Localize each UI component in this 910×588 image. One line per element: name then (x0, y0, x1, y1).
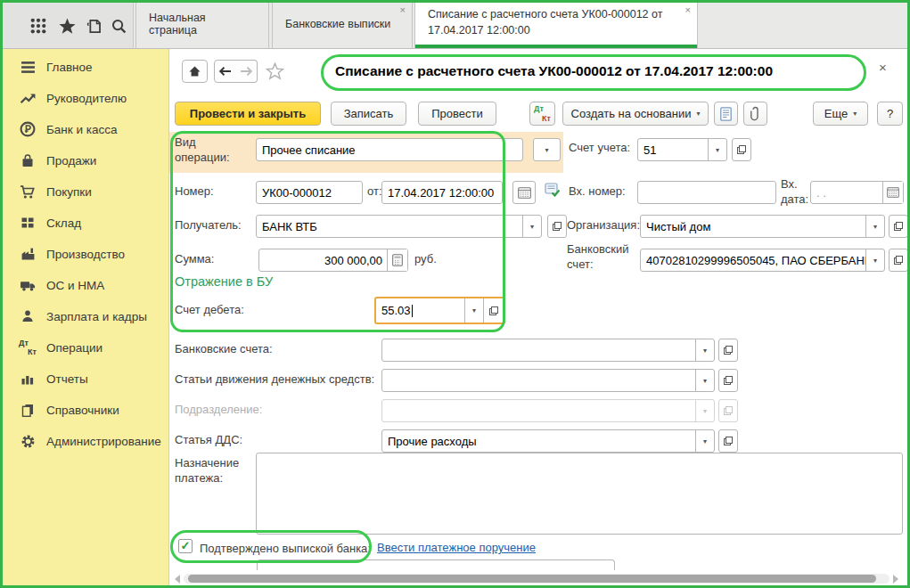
bank-accounts-open-button[interactable] (718, 339, 738, 362)
dropdown-button: ▾ (695, 400, 714, 421)
sidebar-item-sales[interactable]: Продажи (0, 145, 168, 176)
dropdown-button[interactable]: ▾ (695, 430, 714, 452)
active-tab-indicator (415, 45, 697, 48)
bank-account-field[interactable]: 40702810299996505045, ПАО СБЕРБАНК ▾ (640, 249, 885, 272)
account-field[interactable]: 51 ▾ (637, 138, 727, 161)
dropdown-button[interactable]: ▾ (708, 139, 726, 160)
bank-accounts-field[interactable]: ▾ (381, 339, 715, 362)
date-field[interactable]: 17.04.2017 12:00:00 (381, 181, 503, 204)
horizontal-scrollbar-thumb[interactable] (188, 575, 876, 583)
forward-button[interactable] (235, 60, 258, 83)
sidebar-item-label: Отчеты (46, 372, 88, 386)
debit-credit-register-button[interactable]: Дт Кт (529, 102, 555, 126)
post-and-close-button[interactable]: Провести и закрыть (175, 102, 321, 126)
open-icon (737, 145, 746, 154)
attachments-button[interactable] (743, 102, 767, 126)
sidebar-item-administration[interactable]: Администрирование (0, 426, 168, 456)
currency-label: руб. (414, 252, 437, 267)
chevron-down-icon: ▾ (472, 306, 476, 314)
sidebar-item-reports[interactable]: Отчеты (0, 363, 168, 394)
account-open-button[interactable] (732, 138, 751, 161)
more-button[interactable]: Еще ▾ (813, 102, 868, 126)
dropdown-button[interactable]: ▾ (695, 370, 714, 391)
payee-open-button[interactable] (547, 215, 567, 238)
close-icon[interactable]: × (879, 60, 887, 75)
dds-item-open-button[interactable] (718, 429, 738, 453)
close-icon[interactable]: × (685, 5, 691, 15)
dropdown-button[interactable]: ▾ (464, 298, 483, 323)
calendar-button[interactable] (882, 182, 903, 203)
payee-field[interactable]: БАНК ВТБ ▾ (256, 215, 542, 238)
payment-purpose-label: Назначение платежа: (175, 456, 250, 486)
sidebar-item-warehouse[interactable]: Склад (0, 208, 168, 238)
sidebar-item-manager[interactable]: Руководителю (0, 83, 168, 113)
dropdown-button[interactable]: ▾ (695, 339, 714, 361)
sidebar-item-main[interactable]: Главное (0, 52, 168, 82)
sidebar-item-label: Администрирование (46, 435, 161, 448)
tab-label: Начальная страница (149, 0, 250, 48)
number-label: Номер: (175, 184, 214, 200)
sidebar-item-salary-hr[interactable]: Зарплата и кадры (0, 301, 168, 331)
dds-item-field[interactable]: Прочие расходы ▾ (381, 429, 715, 453)
incoming-date-field[interactable]: . . (810, 181, 904, 204)
post-button[interactable]: Провести (418, 102, 496, 126)
dropdown-button[interactable]: ▾ (865, 216, 884, 237)
confirmed-checkbox[interactable]: ✓ (178, 539, 193, 553)
tab-home-page[interactable]: Начальная страница (135, 0, 269, 48)
help-button[interactable]: ? (877, 102, 903, 126)
sidebar-item-operations[interactable]: ДтКт Операции (0, 332, 168, 363)
dds-item-label: Статья ДДС: (175, 433, 242, 448)
sidebar-item-directories[interactable]: Справочники (0, 395, 168, 425)
close-icon[interactable]: × (400, 5, 406, 15)
sidebar-item-fixed-assets[interactable]: ОС и НМА (0, 270, 168, 300)
tab-bank-statements[interactable]: Банковские выписки × (272, 0, 413, 48)
report-button[interactable] (714, 102, 738, 126)
number-field[interactable]: УК00-000012 (256, 181, 363, 204)
chevron-down-icon: ▾ (873, 257, 877, 265)
payment-purpose-textarea[interactable] (256, 453, 903, 535)
back-button[interactable] (214, 60, 236, 83)
chevron-down-icon: ▾ (703, 347, 707, 355)
bank-account-open-button[interactable] (889, 249, 908, 272)
cash-flow-items-open-button[interactable] (718, 369, 738, 392)
menu-grid-icon[interactable] (27, 14, 50, 37)
favorite-star-icon[interactable] (266, 62, 284, 80)
organization-field[interactable]: Чистый дом ▾ (640, 215, 885, 238)
bank-accounts-label: Банковские счета: (175, 342, 273, 357)
create-based-on-button[interactable]: Создать на основании ▾ (562, 102, 709, 126)
organization-open-button[interactable] (889, 215, 908, 238)
dropdown-button[interactable]: ▾ (522, 216, 541, 237)
tab-writeoff-document[interactable]: Списание с расчетного счета УК00-000012 … (414, 0, 698, 48)
organization-label: Организация: (567, 218, 640, 233)
enter-payment-order-link[interactable]: Ввести платежное поручение (377, 541, 536, 554)
confirmed-label: Подтверждено выпиской банка: (200, 542, 371, 557)
save-button[interactable]: Записать (331, 102, 406, 126)
comment-field-partial[interactable] (257, 559, 615, 570)
document-posted-icon[interactable] (545, 183, 563, 201)
debit-account-open-button[interactable] (483, 298, 504, 323)
search-icon[interactable] (107, 14, 130, 37)
cash-flow-items-field[interactable]: ▾ (381, 369, 715, 392)
sidebar-item-production[interactable]: Производство (0, 239, 168, 269)
favorites-star-icon[interactable] (55, 14, 78, 37)
dropdown-button[interactable]: ▾ (865, 249, 884, 271)
home-button[interactable] (182, 60, 208, 83)
calculator-button[interactable] (387, 249, 407, 271)
operation-type-dropdown-button[interactable]: ▾ (533, 138, 561, 161)
scroll-right-arrow-icon[interactable] (893, 575, 898, 584)
sidebar-item-label: Покупки (46, 185, 92, 199)
scroll-left-arrow-icon[interactable] (175, 575, 180, 584)
person-icon (18, 307, 37, 325)
date-calendar-button[interactable] (512, 181, 536, 204)
sidebar-item-purchases[interactable]: Покупки (0, 176, 168, 207)
incoming-number-field[interactable] (637, 181, 776, 204)
amount-field[interactable]: 300 000,00 (258, 249, 408, 272)
open-icon (553, 222, 562, 231)
sidebar-item-label: Руководителю (46, 92, 127, 105)
paperclip-icon (750, 106, 760, 121)
history-icon[interactable] (82, 14, 105, 37)
operation-type-field[interactable]: Прочее списание (256, 138, 523, 161)
chevron-down-icon: ▾ (530, 223, 534, 231)
sidebar-item-bank-cash[interactable]: Банк и касса (0, 114, 168, 144)
debit-account-field[interactable]: 55.03 ▾ (374, 297, 505, 324)
